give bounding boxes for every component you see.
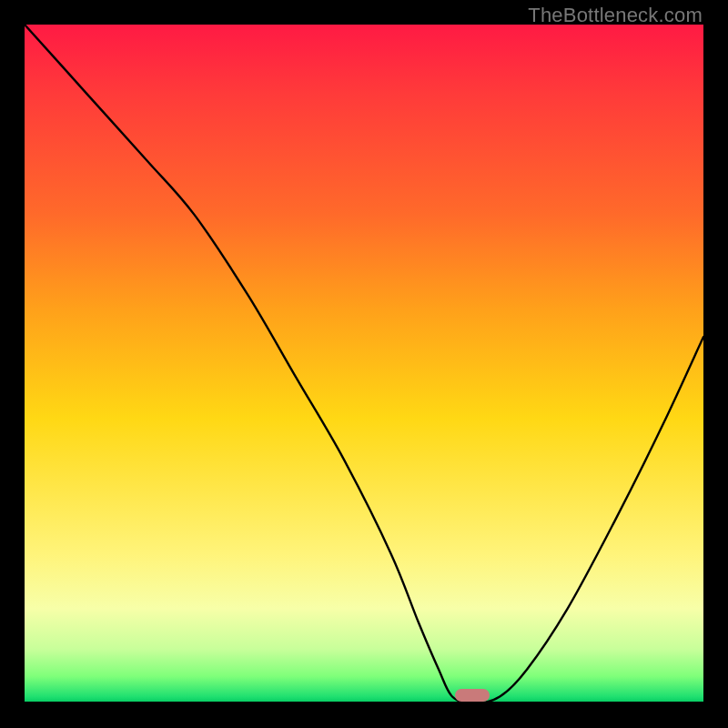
bottleneck-curve <box>25 25 703 703</box>
x-axis-baseline <box>25 702 703 703</box>
optimum-marker <box>455 689 490 702</box>
chart-frame: TheBottleneck.com <box>0 0 728 728</box>
plot-area <box>25 25 703 703</box>
